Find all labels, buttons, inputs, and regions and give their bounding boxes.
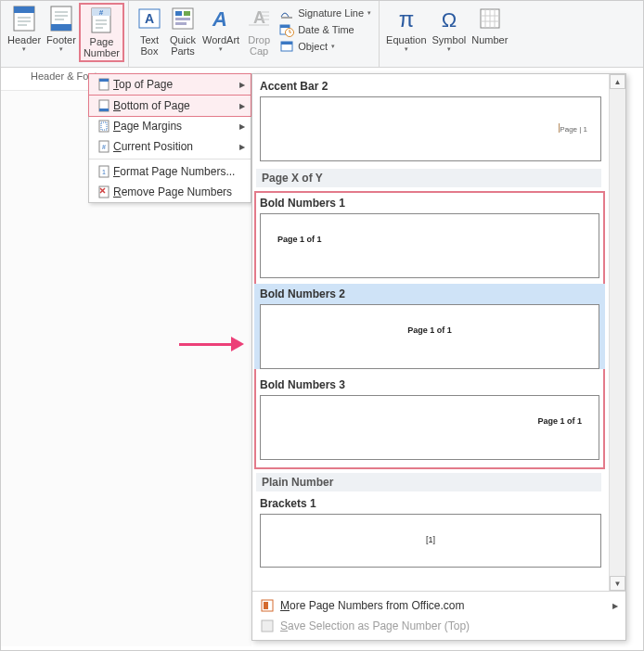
header-icon xyxy=(10,5,38,32)
svg-rect-31 xyxy=(280,25,290,28)
svg-rect-20 xyxy=(184,11,190,16)
gallery-preview[interactable]: Page 1 of 1 xyxy=(260,395,599,460)
submenu-arrow-icon: ▶ xyxy=(239,81,245,89)
footer-icon xyxy=(47,5,75,32)
svg-rect-60 xyxy=(262,620,273,632)
svg-text:#: # xyxy=(102,144,106,150)
gallery-scrollbar[interactable]: ▲ ▼ xyxy=(609,74,625,591)
dropdown-arrow-icon: ▾ xyxy=(447,45,451,53)
group-text: A Text Box Quick Parts A WordArt ▾ A Dro… xyxy=(129,1,380,68)
group-header-footer: Header ▾ Footer ▾ # Page Number xyxy=(1,1,129,68)
menu-remove-page-numbers[interactable]: Remove Page Numbers xyxy=(89,182,251,202)
dropdown-arrow-icon: ▾ xyxy=(59,45,63,53)
gallery-preview[interactable]: [1] xyxy=(260,514,601,568)
signature-icon xyxy=(279,6,294,20)
menu-top-of-page[interactable]: Top of Page ▶ xyxy=(88,73,251,96)
scroll-down-icon[interactable]: ▼ xyxy=(610,576,625,591)
symbol-button[interactable]: Ω Symbol ▾ xyxy=(430,3,470,55)
drop-cap-button[interactable]: A Drop Cap xyxy=(242,3,276,58)
gallery-item-accent-bar-2[interactable]: Accent Bar 2 xyxy=(260,78,601,96)
quick-parts-button[interactable]: Quick Parts xyxy=(166,3,200,58)
date-time-icon xyxy=(279,22,294,37)
number-button[interactable]: Number xyxy=(469,3,510,47)
wordart-button[interactable]: A WordArt ▾ xyxy=(200,3,242,55)
svg-text:1: 1 xyxy=(102,169,106,175)
svg-text:Ω: Ω xyxy=(442,8,457,32)
submenu-arrow-icon: ▶ xyxy=(239,143,245,151)
svg-text:A: A xyxy=(145,11,154,26)
ribbon: Header ▾ Footer ▾ # Page Number A Text B… xyxy=(1,1,643,68)
gallery-footer: More Page Numbers from Office.com ▶ Save… xyxy=(252,591,625,640)
gallery-item-brackets-1[interactable]: Brackets 1 xyxy=(260,495,601,514)
bottom-of-page-icon xyxy=(95,99,113,112)
svg-text:π: π xyxy=(399,6,415,32)
annotation-arrow xyxy=(179,337,244,351)
date-time-button[interactable]: Date & Time xyxy=(276,21,375,38)
object-icon xyxy=(279,39,294,54)
wordart-icon: A xyxy=(207,5,235,32)
scroll-up-icon[interactable]: ▲ xyxy=(610,74,625,89)
submenu-arrow-icon: ▶ xyxy=(239,122,245,131)
footer-button[interactable]: Footer ▾ xyxy=(44,3,79,55)
submenu-arrow-icon: ▶ xyxy=(612,602,618,610)
signature-line-button[interactable]: Signature Line ▾ xyxy=(276,5,375,21)
remove-icon xyxy=(95,185,113,198)
dropdown-arrow-icon: ▾ xyxy=(22,45,26,53)
highlighted-section: Bold Numbers 1 Page 1 of 1 Bold Numbers … xyxy=(254,191,605,469)
header-button[interactable]: Header ▾ xyxy=(5,3,44,55)
svg-rect-46 xyxy=(99,79,109,82)
svg-rect-59 xyxy=(264,602,268,609)
equation-icon: π xyxy=(393,5,420,32)
save-icon xyxy=(260,619,275,633)
more-from-office-button[interactable]: More Page Numbers from Office.com ▶ xyxy=(258,595,620,616)
gallery-category-plain-number: Plain Number xyxy=(256,473,601,491)
dropdown-arrow-icon: ▾ xyxy=(219,45,223,53)
gallery-item-bold-2: Bold Numbers 2 xyxy=(260,286,599,304)
svg-text:A: A xyxy=(212,7,227,31)
top-of-page-icon xyxy=(95,78,113,91)
svg-text:A: A xyxy=(253,8,265,27)
object-button[interactable]: Object ▾ xyxy=(276,38,375,55)
gallery-category-page-x-of-y: Page X of Y xyxy=(256,169,601,187)
svg-rect-48 xyxy=(99,108,109,111)
group-symbols: π Equation ▾ Ω Symbol ▾ Number xyxy=(380,1,514,68)
page-number-gallery: ▲ ▼ Accent Bar 2 Page | 1 Page X of Y Bo… xyxy=(251,73,626,641)
text-box-button[interactable]: A Text Box xyxy=(133,3,166,58)
menu-bottom-of-page[interactable]: Bottom of Page ▶ xyxy=(88,95,251,117)
dropdown-arrow-icon: ▾ xyxy=(405,45,408,53)
gallery-preview[interactable]: Page 1 of 1 xyxy=(260,213,599,278)
gallery-preview: Page 1 of 1 xyxy=(260,304,599,369)
svg-rect-6 xyxy=(51,24,71,31)
svg-rect-22 xyxy=(175,22,187,25)
current-position-icon: # xyxy=(95,140,113,153)
gallery-item-bold-1[interactable]: Bold Numbers 1 xyxy=(260,195,599,213)
office-icon xyxy=(260,598,275,613)
equation-button[interactable]: π Equation ▾ xyxy=(383,3,429,55)
page-number-icon: # xyxy=(87,6,115,34)
text-box-icon: A xyxy=(135,5,163,32)
page-margins-icon xyxy=(95,120,113,133)
menu-format-page-numbers[interactable]: 1 Format Page Numbers... xyxy=(89,161,251,182)
drop-cap-icon: A xyxy=(245,5,273,32)
menu-current-position[interactable]: # Current Position ▶ xyxy=(89,136,251,157)
text-subgroup: Signature Line ▾ Date & Time Object ▾ xyxy=(276,3,375,55)
svg-rect-21 xyxy=(175,18,190,20)
svg-rect-1 xyxy=(14,6,34,13)
svg-text:#: # xyxy=(99,8,104,17)
menu-page-margins[interactable]: Page Margins ▶ xyxy=(89,116,251,136)
gallery-item-hover[interactable]: Bold Numbers 2 Page 1 of 1 xyxy=(254,284,605,369)
quick-parts-icon xyxy=(169,5,197,32)
save-selection-button: Save Selection as Page Number (Top) xyxy=(258,616,620,636)
menu-separator xyxy=(89,159,251,160)
format-icon: 1 xyxy=(95,165,113,178)
svg-rect-36 xyxy=(281,42,292,45)
page-number-menu: Top of Page ▶ Bottom of Page ▶ Page Marg… xyxy=(88,73,251,203)
symbol-icon: Ω xyxy=(435,5,463,32)
submenu-arrow-icon: ▶ xyxy=(239,102,245,110)
gallery-item-bold-3[interactable]: Bold Numbers 3 xyxy=(260,377,599,395)
page-number-button[interactable]: # Page Number xyxy=(79,3,124,62)
gallery-preview[interactable]: Page | 1 xyxy=(260,96,601,161)
svg-rect-19 xyxy=(175,11,182,16)
number-icon xyxy=(476,5,504,32)
